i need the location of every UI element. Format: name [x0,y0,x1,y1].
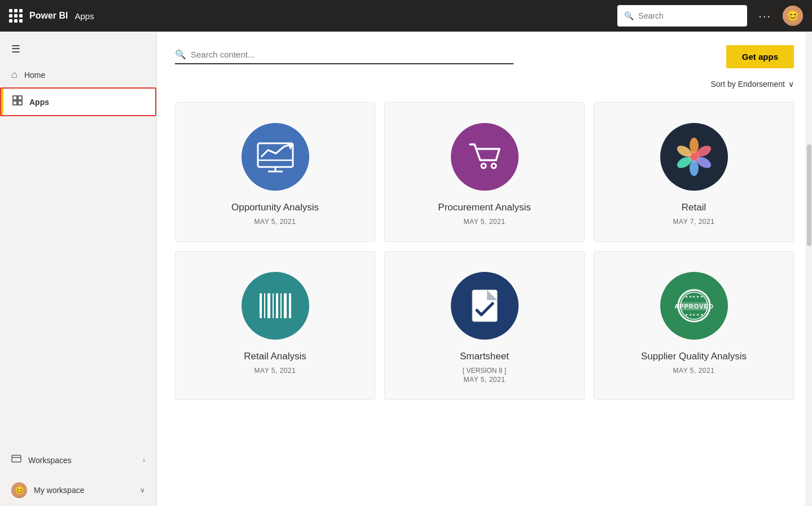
sidebar-workspaces-label: Workspaces [28,456,72,465]
svg-text:★ ★ ★ ★ ★: ★ ★ ★ ★ ★ [685,313,703,316]
apps-icon [12,95,23,108]
retail-date: MAY 7, 2021 [673,218,715,226]
sidebar: ☰ ⌂ Home Apps [0,32,157,506]
sidebar-item-my-workspace[interactable]: 😊 My workspace ∨ [0,474,156,506]
scrollbar-thumb[interactable] [807,144,811,246]
home-icon: ⌂ [11,69,17,81]
opportunity-analysis-date: MAY 5, 2021 [254,218,296,226]
svg-rect-4 [12,455,21,462]
main-content: 🔍 Get apps Sort by Endorsement ∨ [157,32,812,506]
main-layout: ☰ ⌂ Home Apps [0,32,812,506]
svg-text:★ ★ ★ ★ ★: ★ ★ ★ ★ ★ [685,295,703,298]
retail-analysis-date: MAY 5, 2021 [254,367,296,375]
sidebar-item-workspaces[interactable]: Workspaces › [0,446,156,474]
apps-grid: Opportunity Analysis MAY 5, 2021 Procure… [175,102,794,400]
topnav-search-input[interactable] [638,11,740,20]
sort-row: Sort by Endorsement ∨ [175,80,794,89]
svg-rect-24 [276,293,278,318]
svg-text:APPROVED: APPROVED [674,303,714,310]
waffle-menu[interactable] [9,9,23,23]
smartsheet-icon [451,272,519,340]
my-workspace-avatar: 😊 [11,482,27,498]
smartsheet-name: Smartsheet [460,351,509,362]
svg-rect-3 [18,101,22,105]
topnav-search-icon: 🔍 [624,11,634,20]
svg-rect-21 [264,293,265,318]
topnav: Power BI Apps 🔍 ··· 😊 [0,0,812,32]
svg-point-14 [690,138,699,153]
retail-analysis-name: Retail Analysis [244,351,306,362]
svg-rect-2 [13,101,17,105]
topnav-search-box[interactable]: 🔍 [617,5,747,27]
supplier-quality-icon: ★ ★ ★ ★ ★ APPROVED ★ ★ ★ ★ ★ [660,272,728,340]
svg-rect-0 [13,96,17,100]
topnav-appname-label: Apps [74,11,94,21]
sidebar-apps-label: Apps [29,98,49,107]
sidebar-active-bar [1,89,3,115]
sidebar-home-label: Home [24,71,45,80]
app-card-procurement-analysis[interactable]: Procurement Analysis MAY 5, 2021 [384,102,585,242]
svg-point-17 [690,160,699,176]
avatar-face: 😊 [783,6,803,26]
app-card-supplier-quality[interactable]: ★ ★ ★ ★ ★ APPROVED ★ ★ ★ ★ ★ Supplier Qu… [594,251,794,400]
smartsheet-date: MAY 5, 2021 [464,376,506,384]
procurement-analysis-name: Procurement Analysis [438,202,530,213]
content-search-box[interactable]: 🔍 [175,49,513,64]
sidebar-item-apps[interactable]: Apps [0,87,156,116]
supplier-quality-name: Supplier Quality Analysis [641,351,747,362]
opportunity-analysis-icon [242,123,309,191]
sort-chevron-icon[interactable]: ∨ [788,80,794,89]
get-apps-button[interactable]: Get apps [726,45,794,68]
svg-rect-26 [284,293,287,318]
workspaces-icon [11,454,21,467]
app-card-retail[interactable]: Retail MAY 7, 2021 [594,102,794,242]
sidebar-item-home[interactable]: ⌂ Home [0,62,156,87]
svg-rect-27 [289,293,291,318]
app-card-smartsheet[interactable]: Smartsheet [ VERSION 8 ] MAY 5, 2021 [384,251,585,400]
svg-rect-28 [472,290,497,322]
sidebar-hamburger[interactable]: ☰ [0,36,156,62]
retail-name: Retail [682,202,706,213]
supplier-quality-date: MAY 5, 2021 [673,367,715,375]
svg-rect-25 [280,293,282,318]
procurement-analysis-date: MAY 5, 2021 [464,218,506,226]
content-search-row: 🔍 Get apps [175,45,794,68]
content-search-icon: 🔍 [175,49,186,60]
svg-rect-23 [273,293,274,318]
sort-label[interactable]: Sort by Endorsement [710,80,785,89]
scrollbar-area [805,32,812,506]
workspaces-chevron: › [143,456,145,464]
topnav-more-button[interactable]: ··· [754,7,776,25]
retail-icon [660,123,728,191]
app-card-retail-analysis[interactable]: Retail Analysis MAY 5, 2021 [175,251,375,400]
procurement-analysis-icon [451,123,519,191]
opportunity-analysis-name: Opportunity Analysis [231,202,319,213]
svg-point-12 [491,164,496,168]
retail-analysis-icon [242,272,309,340]
smartsheet-version: [ VERSION 8 ] [463,367,506,375]
sidebar-my-workspace-label: My workspace [34,486,84,495]
user-avatar[interactable]: 😊 [783,6,803,26]
content-search-input[interactable] [191,50,513,59]
svg-point-11 [481,164,486,168]
svg-rect-22 [267,293,270,318]
my-workspace-chevron: ∨ [140,486,145,494]
app-card-opportunity-analysis[interactable]: Opportunity Analysis MAY 5, 2021 [175,102,375,242]
svg-rect-20 [260,293,262,318]
brand-label: Power BI [29,11,68,21]
svg-rect-1 [18,96,22,100]
